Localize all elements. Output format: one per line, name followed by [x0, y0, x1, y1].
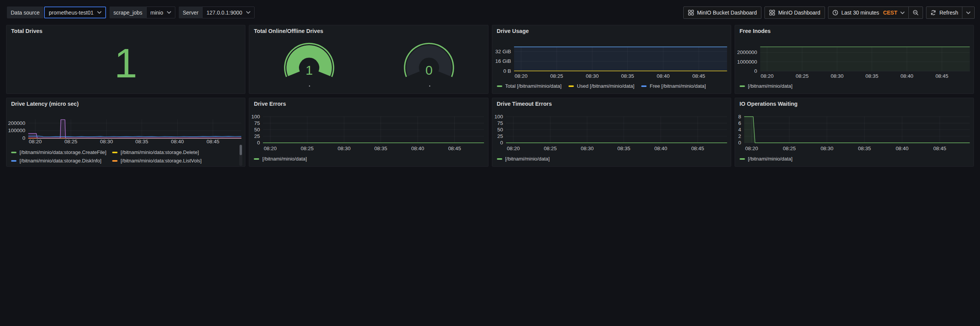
- svg-text:08:40: 08:40: [900, 74, 913, 79]
- apps-icon: [688, 10, 694, 16]
- variable-datasource: Data source prometheus-test01: [7, 7, 106, 18]
- chart-legend: Total [/bitnami/minio/data]Used [/bitnam…: [497, 83, 723, 89]
- svg-text:08:40: 08:40: [411, 146, 424, 152]
- template-variables: Data source prometheus-test01 scrape_job…: [7, 7, 255, 18]
- svg-text:08:45: 08:45: [206, 139, 219, 144]
- legend-series-name: Used [/bitnami/minio/data]: [577, 83, 634, 89]
- svg-text:2: 2: [738, 133, 741, 139]
- variable-server-select[interactable]: 127.0.0.1:9000: [202, 7, 254, 18]
- legend-series-dash-icon: [497, 85, 502, 87]
- panel-total-drives: Total Drives 1: [6, 25, 245, 94]
- time-range-label: Last 30 minutes: [841, 10, 879, 16]
- svg-text:08:40: 08:40: [654, 146, 667, 152]
- svg-text:4: 4: [738, 127, 741, 133]
- svg-text:200000: 200000: [8, 120, 25, 126]
- legend-item[interactable]: Total [/bitnami/minio/data]: [497, 83, 562, 89]
- legend-item[interactable]: Used [/bitnami/minio/data]: [568, 83, 634, 89]
- panel-drive-errors: Drive Errors 025507510008:2008:2508:3008…: [249, 98, 488, 167]
- link-label: MinIO Bucket Dashboard: [697, 10, 757, 16]
- svg-text:08:35: 08:35: [621, 74, 634, 79]
- link-minio-bucket-dashboard[interactable]: MinIO Bucket Dashboard: [683, 7, 761, 19]
- svg-text:50: 50: [497, 127, 503, 133]
- refresh-interval-dropdown[interactable]: [962, 7, 974, 18]
- svg-text:50: 50: [254, 127, 260, 133]
- svg-text:16 GiB: 16 GiB: [495, 58, 511, 64]
- clock-icon: [832, 10, 838, 16]
- svg-text:08:45: 08:45: [933, 146, 946, 152]
- variable-scrapejobs-label: scrape_jobs: [109, 7, 146, 18]
- svg-text:08:25: 08:25: [783, 146, 796, 152]
- svg-text:08:20: 08:20: [264, 146, 277, 152]
- legend-series-dash-icon: [641, 85, 647, 87]
- panel-drive-latency: Drive Latency (micro sec) 01000002000000…: [6, 98, 245, 167]
- variable-scrapejobs-select[interactable]: minio: [146, 7, 175, 18]
- legend-series-name: Total [/bitnami/minio/data]: [505, 83, 562, 89]
- dashboard-grid: Total Drives 1 Total Online/Offline Driv…: [6, 25, 974, 167]
- svg-text:8: 8: [738, 114, 741, 120]
- legend-item[interactable]: Free [/bitnami/minio/data]: [641, 83, 706, 89]
- svg-text:08:20: 08:20: [514, 74, 528, 79]
- svg-text:0: 0: [738, 140, 741, 146]
- legend-item[interactable]: [/bitnami/minio/data:storage.Delete]: [112, 149, 237, 155]
- refresh-controls: Refresh: [926, 7, 975, 19]
- panel-drive-timeout-errors: Drive Timeout Errors 025507510008:2008:2…: [492, 98, 731, 167]
- svg-text:08:25: 08:25: [550, 74, 563, 79]
- svg-text:08:25: 08:25: [64, 139, 77, 144]
- svg-text:75: 75: [497, 120, 503, 126]
- legend-item[interactable]: [/bitnami/minio/data:storage.ListVols]: [112, 158, 237, 164]
- sync-icon: [930, 10, 936, 16]
- link-label: MinIO Dashboard: [778, 10, 820, 16]
- svg-text:08:35: 08:35: [617, 146, 630, 152]
- legend-series-dash-icon: [11, 160, 16, 162]
- search-minus-icon: [913, 10, 919, 16]
- svg-text:08:30: 08:30: [586, 74, 599, 79]
- legend-item[interactable]: [/bitnami/minio/data]: [740, 156, 792, 162]
- svg-text:08:20: 08:20: [761, 74, 774, 79]
- time-range-picker[interactable]: Last 30 minutes CEST: [828, 7, 908, 18]
- legend-scrollbar: [239, 144, 242, 166]
- chart-legend: [/bitnami/minio/data]: [740, 83, 966, 89]
- svg-text:08:45: 08:45: [692, 74, 705, 79]
- svg-text:0: 0: [257, 140, 260, 146]
- variable-server: Server 127.0.0.1:9000: [179, 7, 255, 18]
- svg-text:100: 100: [252, 114, 260, 120]
- legend-series-dash-icon: [497, 158, 502, 160]
- svg-text:0: 0: [754, 68, 757, 74]
- legend-item[interactable]: [/bitnami/minio/data]: [254, 156, 307, 162]
- chart-legend: [/bitnami/minio/data]: [497, 156, 723, 162]
- svg-text:25: 25: [497, 133, 503, 139]
- legend-series-name: [/bitnami/minio/data]: [748, 83, 792, 89]
- chart-legend: [/bitnami/minio/data]: [740, 156, 966, 162]
- legend-item[interactable]: [/bitnami/minio/data:storage.CreateFile]: [11, 149, 107, 155]
- svg-text:1000000: 1000000: [737, 59, 757, 65]
- svg-text:08:20: 08:20: [29, 139, 42, 144]
- apps-icon: [769, 10, 775, 16]
- zoom-out-button[interactable]: [908, 7, 923, 18]
- dashboard-toolbar: Data source prometheus-test01 scrape_job…: [0, 0, 980, 25]
- legend-scrollbar-thumb[interactable]: [240, 145, 242, 155]
- svg-text:08:30: 08:30: [820, 146, 833, 152]
- svg-text:75: 75: [254, 120, 260, 126]
- panel-free-inodes: Free Inodes 01000000200000008:2008:2508:…: [735, 25, 974, 94]
- svg-text:08:40: 08:40: [895, 146, 908, 152]
- legend-series-dash-icon: [112, 152, 118, 153]
- legend-series-name: [/bitnami/minio/data]: [748, 156, 792, 162]
- link-minio-dashboard[interactable]: MinIO Dashboard: [764, 7, 825, 19]
- legend-series-dash-icon: [740, 85, 745, 87]
- legend-series-name: [/bitnami/minio/data:storage.ListVols]: [121, 158, 202, 164]
- svg-text:6: 6: [738, 120, 741, 126]
- variable-datasource-select[interactable]: prometheus-test01: [44, 7, 106, 18]
- svg-text:08:25: 08:25: [301, 146, 314, 152]
- svg-text:08:30: 08:30: [100, 139, 113, 144]
- legend-item[interactable]: [/bitnami/minio/data]: [497, 156, 550, 162]
- legend-item[interactable]: [/bitnami/minio/data]: [740, 83, 792, 89]
- variable-server-label: Server: [179, 7, 202, 18]
- svg-text:08:40: 08:40: [171, 139, 184, 144]
- svg-text:08:30: 08:30: [580, 146, 593, 152]
- timezone-label: CEST: [883, 10, 897, 16]
- svg-text:100: 100: [494, 114, 503, 120]
- refresh-button[interactable]: Refresh: [926, 7, 962, 18]
- legend-item[interactable]: [/bitnami/minio/data:storage.DiskInfo]: [11, 158, 107, 164]
- legend-series-dash-icon: [112, 160, 118, 162]
- legend-series-dash-icon: [740, 158, 745, 160]
